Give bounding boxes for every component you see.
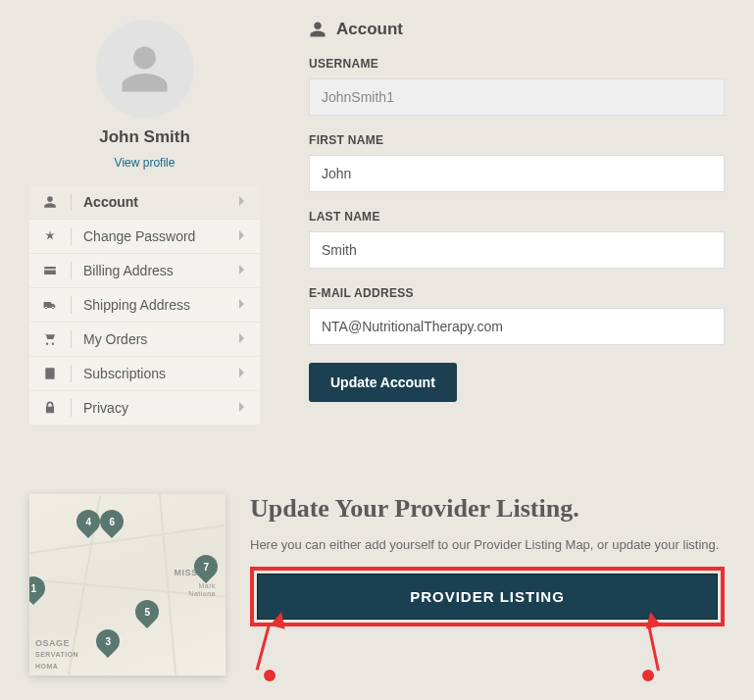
user-icon: [309, 21, 327, 38]
email-label: E-MAIL ADDRESS: [309, 286, 725, 300]
chevron-right-icon: [238, 365, 246, 382]
annotation-arrow-icon: [642, 670, 654, 681]
map-label-mark: Mark: [198, 582, 216, 589]
asterisk-icon: [43, 229, 71, 243]
map-pin[interactable]: 6: [100, 510, 124, 533]
last-name-input[interactable]: [309, 231, 725, 269]
nav-label: Billing Address: [83, 263, 238, 278]
annotation-arrow-icon: [264, 670, 276, 681]
map-label-osage: OSAGE: [35, 638, 70, 648]
account-nav: AccountChange PasswordBilling AddressShi…: [29, 185, 260, 425]
update-account-button[interactable]: Update Account: [309, 363, 457, 402]
nav-label: Privacy: [83, 400, 238, 416]
listing-description: Here you can either add yourself to our …: [250, 535, 725, 555]
nav-item-subscriptions[interactable]: Subscriptions: [29, 357, 260, 391]
nav-item-shipping-address[interactable]: Shipping Address: [29, 288, 260, 323]
map-label-servation: SERVATION: [35, 651, 78, 658]
first-name-input[interactable]: [309, 155, 725, 192]
listing-title: Update Your Provider Listing.: [250, 494, 725, 524]
chevron-right-icon: [238, 227, 246, 245]
chevron-right-icon: [238, 296, 246, 314]
nav-item-change-password[interactable]: Change Password: [29, 220, 260, 254]
account-section-heading: Account: [309, 20, 725, 39]
lock-icon: [43, 401, 71, 415]
user-silhouette-icon: [118, 42, 172, 96]
map-pin[interactable]: 3: [96, 629, 120, 653]
listing-button-highlight: PROVIDER LISTING: [250, 567, 725, 626]
user-icon: [43, 195, 71, 209]
annotation-arrow-icon: [647, 624, 660, 671]
first-name-label: FIRST NAME: [309, 133, 725, 147]
email-input[interactable]: [309, 308, 725, 345]
view-profile-link[interactable]: View profile: [115, 156, 176, 170]
nav-item-privacy[interactable]: Privacy: [29, 391, 260, 425]
nav-item-my-orders[interactable]: My Orders: [29, 323, 260, 357]
map-pin[interactable]: 7: [194, 555, 218, 578]
profile-summary: John Smith View profile: [29, 20, 260, 185]
username-input: [309, 78, 725, 116]
truck-icon: [43, 298, 71, 312]
nav-label: Subscriptions: [83, 366, 238, 381]
nav-label: My Orders: [83, 331, 238, 347]
annotation-arrow-icon: [270, 610, 289, 629]
account-heading-text: Account: [336, 20, 403, 39]
nav-label: Shipping Address: [83, 297, 238, 313]
avatar: [96, 20, 194, 118]
nav-item-account[interactable]: Account: [29, 185, 260, 220]
chevron-right-icon: [238, 193, 246, 211]
map-label-homa: HOMA: [35, 663, 58, 670]
nav-label: Change Password: [83, 228, 238, 244]
chevron-right-icon: [238, 399, 246, 417]
annotation-arrow-icon: [643, 610, 662, 628]
username-label: USERNAME: [309, 57, 725, 71]
provider-map-thumbnail[interactable]: MISSOU Mark Nationa OSAGE SERVATION HOMA…: [29, 494, 226, 675]
book-icon: [43, 367, 71, 380]
user-name: John Smith: [29, 127, 260, 147]
cart-icon: [43, 332, 71, 346]
card-icon: [43, 264, 71, 277]
chevron-right-icon: [238, 330, 246, 348]
map-pin[interactable]: 4: [76, 510, 100, 533]
last-name-label: LAST NAME: [309, 210, 725, 224]
nav-label: Account: [83, 194, 238, 210]
map-pin[interactable]: 1: [29, 576, 45, 600]
map-label-national: Nationa: [188, 590, 216, 597]
map-pin[interactable]: 5: [135, 600, 159, 624]
nav-item-billing-address[interactable]: Billing Address: [29, 254, 260, 288]
chevron-right-icon: [238, 262, 246, 279]
annotation-arrow-icon: [256, 624, 271, 670]
